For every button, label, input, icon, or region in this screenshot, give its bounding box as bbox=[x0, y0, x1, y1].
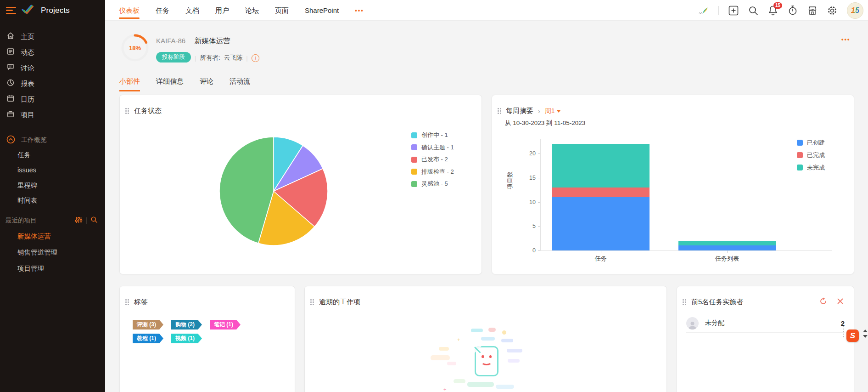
feed-icon bbox=[6, 47, 15, 57]
tab-小部件[interactable]: 小部件 bbox=[119, 77, 140, 91]
hamburger-menu-icon[interactable] bbox=[6, 7, 16, 14]
sidebar-item-主页[interactable]: 主页 bbox=[0, 29, 105, 45]
widget-title: 前5名任务实施者 bbox=[691, 298, 743, 307]
legend-swatch bbox=[797, 165, 803, 170]
bar-segment-任务-已创建[interactable] bbox=[552, 197, 650, 250]
sidebar-item-报表[interactable]: 报表 bbox=[0, 76, 105, 91]
discussion-icon bbox=[6, 63, 15, 73]
project-search-icon[interactable] bbox=[90, 216, 98, 225]
marketplace-icon[interactable] bbox=[807, 6, 818, 16]
nav-tab-SharePoint[interactable]: SharePoint bbox=[305, 0, 339, 21]
legend-label: 确认主题 - 1 bbox=[421, 143, 454, 152]
legend-label: 未完成 bbox=[807, 164, 825, 172]
search-icon[interactable] bbox=[748, 6, 758, 16]
app-logo-icon bbox=[22, 4, 35, 17]
close-icon[interactable] bbox=[837, 298, 844, 307]
signature-pen-icon[interactable] bbox=[699, 6, 709, 16]
sidebar-item-label: 日历 bbox=[21, 95, 34, 104]
tag-评测 (3)[interactable]: 评测 (3) bbox=[133, 320, 163, 330]
timer-icon[interactable] bbox=[788, 6, 798, 16]
legend-item-已创建[interactable]: 已创建 bbox=[797, 136, 825, 149]
extension-drag-handle[interactable] bbox=[843, 326, 844, 337]
legend-swatch bbox=[411, 144, 417, 150]
legend-item-确认主题[interactable]: 确认主题 - 1 bbox=[411, 142, 454, 154]
refresh-icon[interactable] bbox=[819, 297, 827, 307]
sidebar-subitem-里程碑[interactable]: 里程碑 bbox=[0, 178, 105, 193]
legend-item-已发布[interactable]: 已发布 - 2 bbox=[411, 153, 454, 166]
y-tick-label: 0 bbox=[522, 247, 536, 254]
top5-row-未分配[interactable]: 未分配2 bbox=[686, 315, 845, 331]
widget-overdue-items: 逾期的工作项 + + bbox=[304, 286, 667, 392]
owner-name[interactable]: 云飞陈 bbox=[224, 54, 243, 62]
nav-tab-页面[interactable]: 页面 bbox=[275, 0, 289, 21]
tag-视频 (1)[interactable]: 视频 (1) bbox=[171, 334, 202, 343]
sidebar-item-日历[interactable]: 日历 bbox=[0, 91, 105, 107]
legend-swatch bbox=[411, 157, 417, 163]
project-more-actions[interactable]: ••• bbox=[841, 36, 851, 43]
drag-handle-icon[interactable] bbox=[310, 299, 314, 305]
settings-gear-icon[interactable] bbox=[827, 6, 837, 16]
owner-label: 所有者: bbox=[200, 54, 220, 62]
nav-tab-论坛[interactable]: 论坛 bbox=[245, 0, 259, 21]
tab-活动流[interactable]: 活动流 bbox=[230, 77, 250, 91]
tab-评论[interactable]: 评论 bbox=[200, 77, 213, 91]
sidebar-item-讨论[interactable]: 讨论 bbox=[0, 60, 105, 76]
project-title: 新媒体运营 bbox=[195, 36, 230, 46]
nav-tab-仪表板[interactable]: 仪表板 bbox=[119, 0, 140, 21]
sidebar-item-动态[interactable]: 动态 bbox=[0, 45, 105, 60]
app-logo-text[interactable]: Projects bbox=[41, 6, 70, 15]
sidebar-project-项目管理[interactable]: 项目管理 bbox=[0, 261, 105, 277]
legend-item-排版检查[interactable]: 排版检查 - 2 bbox=[411, 166, 454, 178]
extension-badge[interactable]: S bbox=[846, 330, 859, 342]
info-icon[interactable]: i bbox=[252, 54, 259, 62]
sidebar-project-新媒体运营[interactable]: 新媒体运营 bbox=[0, 228, 105, 244]
drag-handle-icon[interactable] bbox=[683, 299, 686, 305]
drag-handle-icon[interactable] bbox=[125, 299, 129, 305]
legend-label: 创作中 - 1 bbox=[421, 131, 448, 139]
task-status-pie-chart[interactable] bbox=[218, 136, 329, 246]
sidebar-recent-projects: 新媒体运营销售管道管理项目管理 bbox=[0, 228, 105, 277]
widget-weekly-summary: 每周摘要 › 周1 从 10-30-2023 到 11-05-2023 项目数0… bbox=[492, 95, 854, 274]
nav-more-button[interactable]: ••• bbox=[355, 0, 364, 21]
tag-购物 (2)[interactable]: 购物 (2) bbox=[171, 320, 202, 330]
widget-top5-task-owners: 前5名任务实施者 未分配2 bbox=[677, 286, 854, 392]
unassigned-avatar bbox=[686, 317, 699, 330]
tools-divider bbox=[832, 299, 832, 306]
bar-segment-任务列表-未完成[interactable] bbox=[678, 241, 776, 246]
sidebar-project-销售管道管理[interactable]: 销售管道管理 bbox=[0, 244, 105, 261]
sidebar-item-项目[interactable]: 项目 bbox=[0, 107, 105, 123]
owner-divider2: | bbox=[246, 55, 248, 62]
y-axis-title: 项目数 bbox=[506, 171, 514, 189]
sidebar-section-work-overview[interactable]: 工作概览 bbox=[0, 133, 105, 148]
filter-icon[interactable] bbox=[75, 216, 83, 226]
user-avatar[interactable]: 15 bbox=[847, 2, 863, 19]
tab-详细信息[interactable]: 详细信息 bbox=[156, 77, 184, 91]
legend-item-创作中[interactable]: 创作中 - 1 bbox=[411, 129, 454, 142]
notifications-bell-icon[interactable]: 15 bbox=[768, 6, 778, 16]
x-category-label: 任务列表 bbox=[695, 255, 759, 263]
bar-segment-任务-未完成[interactable] bbox=[552, 144, 650, 187]
sidebar-subitem-任务[interactable]: 任务 bbox=[0, 148, 105, 163]
nav-tab-任务[interactable]: 任务 bbox=[156, 0, 169, 21]
nav-tab-文档[interactable]: 文档 bbox=[185, 0, 199, 21]
sidebar-subitem-issues[interactable]: issues bbox=[0, 163, 105, 178]
tag-教程 (1)[interactable]: 教程 (1) bbox=[133, 334, 163, 343]
scroll-up-icon[interactable] bbox=[863, 330, 868, 332]
add-new-icon[interactable] bbox=[728, 6, 739, 16]
project-stage-badge[interactable]: 投标阶段 bbox=[156, 52, 191, 62]
legend-item-已完成[interactable]: 已完成 bbox=[797, 149, 825, 161]
legend-item-灵感池[interactable]: 灵感池 - 5 bbox=[411, 178, 454, 190]
bar-segment-任务列表-已创建[interactable] bbox=[678, 245, 776, 250]
reports-icon bbox=[6, 79, 15, 89]
drag-handle-icon[interactable] bbox=[125, 108, 129, 114]
bar-segment-任务-已完成[interactable] bbox=[552, 187, 650, 197]
sidebar-subitem-时间表[interactable]: 时间表 bbox=[0, 193, 105, 208]
tag-笔记 (1)[interactable]: 笔记 (1) bbox=[210, 320, 241, 330]
project-progress-ring: 18% bbox=[120, 33, 150, 62]
nav-tab-用户[interactable]: 用户 bbox=[215, 0, 229, 21]
tag-list: 评测 (3)购物 (2)笔记 (1)教程 (1)视频 (1) bbox=[133, 320, 284, 347]
weekly-bar-chart[interactable]: 项目数05101520任务任务列表 bbox=[492, 95, 854, 274]
top-nav: 仪表板任务文档用户论坛页面SharePoint••• bbox=[119, 0, 364, 21]
legend-item-未完成[interactable]: 未完成 bbox=[797, 161, 825, 174]
scroll-down-icon[interactable] bbox=[863, 335, 868, 338]
